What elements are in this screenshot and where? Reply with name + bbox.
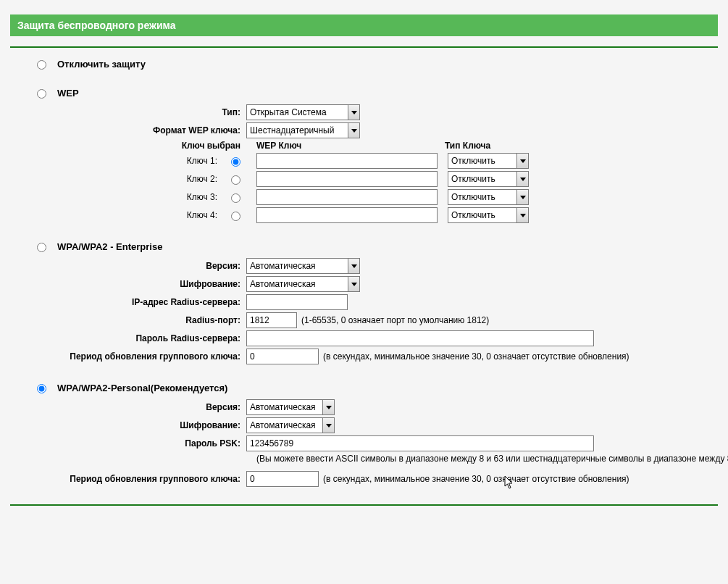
ent-encryption-select[interactable]: Автоматическая bbox=[246, 276, 360, 292]
wep-key4-type-select[interactable]: Отключить bbox=[448, 207, 529, 223]
radio-wep[interactable] bbox=[37, 89, 46, 99]
wep-type-label: Тип: bbox=[10, 107, 246, 117]
ent-radius-port-label: Radius-порт: bbox=[10, 315, 246, 325]
chevron-down-icon bbox=[516, 189, 529, 205]
psk-version-select[interactable]: Автоматическая bbox=[246, 399, 335, 415]
ent-radius-ip-input[interactable] bbox=[246, 294, 348, 310]
ent-radius-port-input[interactable] bbox=[246, 312, 297, 328]
radio-wep-key1[interactable] bbox=[231, 157, 240, 167]
psk-password-input[interactable] bbox=[246, 435, 594, 451]
chevron-down-icon bbox=[348, 276, 360, 292]
wep-col-selected: Ключ выбран bbox=[10, 141, 246, 151]
divider-bottom bbox=[10, 504, 718, 506]
wep-key2-input[interactable] bbox=[256, 171, 438, 187]
chevron-down-icon bbox=[516, 171, 529, 187]
chevron-down-icon bbox=[348, 258, 360, 274]
ent-radius-pwd-label: Пароль Radius-сервера: bbox=[10, 333, 246, 343]
chevron-down-icon bbox=[348, 122, 360, 138]
radio-wep-key3[interactable] bbox=[231, 193, 240, 203]
chevron-down-icon bbox=[322, 417, 335, 433]
ent-group-key-label: Период обновления группового ключа: bbox=[10, 351, 246, 362]
ent-version-select[interactable]: Автоматическая bbox=[246, 258, 360, 274]
radio-wpa-personal[interactable] bbox=[37, 384, 46, 393]
ent-radius-pwd-input[interactable] bbox=[246, 330, 594, 346]
radio-wep-key2[interactable] bbox=[231, 175, 240, 185]
ent-version-label: Версия: bbox=[10, 261, 246, 271]
wep-key2-label: Ключ 2: bbox=[10, 174, 223, 184]
ent-encryption-label: Шифрование: bbox=[10, 279, 246, 289]
divider-top bbox=[10, 46, 718, 48]
chevron-down-icon bbox=[516, 153, 529, 169]
chevron-down-icon bbox=[348, 104, 360, 120]
psk-version-label: Версия: bbox=[10, 402, 246, 412]
wep-type-select[interactable]: Открытая Система bbox=[246, 104, 360, 120]
disable-security-label: Отключить защиту bbox=[57, 59, 146, 70]
ent-radius-port-hint: (1-65535, 0 означает порт по умолчанию 1… bbox=[301, 315, 489, 325]
psk-group-key-hint: (в секундах, минимальное значение 30, 0 … bbox=[323, 474, 629, 484]
wep-key3-input[interactable] bbox=[256, 189, 438, 205]
radio-disable-security[interactable] bbox=[37, 60, 46, 70]
wep-format-select[interactable]: Шестнадцатеричный bbox=[246, 122, 360, 138]
wpa-enterprise-label: WPA/WPA2 - Enterprise bbox=[57, 241, 162, 252]
wep-col-type: Тип Ключа bbox=[435, 141, 490, 151]
wep-key1-input[interactable] bbox=[256, 153, 438, 169]
wep-key1-type-select[interactable]: Отключить bbox=[448, 153, 529, 169]
ent-radius-ip-label: IP-адрес Radius-сервера: bbox=[10, 297, 246, 307]
chevron-down-icon bbox=[322, 399, 335, 415]
psk-group-key-label: Период обновления группового ключа: bbox=[10, 474, 246, 484]
wep-key4-label: Ключ 4: bbox=[10, 210, 223, 220]
page-title: Защита беспроводного режима bbox=[10, 14, 718, 36]
wpa-personal-label: WPA/WPA2-Personal(Рекомендуется) bbox=[57, 383, 227, 393]
psk-group-key-input[interactable] bbox=[246, 471, 319, 487]
chevron-down-icon bbox=[516, 207, 529, 223]
wep-key4-input[interactable] bbox=[256, 207, 438, 223]
wep-key1-label: Ключ 1: bbox=[10, 156, 223, 166]
psk-encryption-select[interactable]: Автоматическая bbox=[246, 417, 335, 433]
ent-group-key-input[interactable] bbox=[246, 349, 319, 364]
wep-key3-label: Ключ 3: bbox=[10, 192, 223, 202]
psk-encryption-label: Шифрование: bbox=[10, 420, 246, 430]
psk-password-label: Пароль PSK: bbox=[10, 438, 246, 449]
wep-format-label: Формат WEP ключа: bbox=[10, 125, 246, 135]
wep-key2-type-select[interactable]: Отключить bbox=[448, 171, 529, 187]
ent-group-key-hint: (в секундах, минимальное значение 30, 0 … bbox=[323, 351, 629, 362]
wep-label: WEP bbox=[57, 88, 79, 99]
radio-wpa-enterprise[interactable] bbox=[37, 243, 46, 252]
psk-password-note: (Вы можете ввести ASCII символы в диапаз… bbox=[256, 454, 718, 464]
wep-key3-type-select[interactable]: Отключить bbox=[448, 189, 529, 205]
wep-col-key: WEP Ключ bbox=[246, 141, 435, 151]
radio-wep-key4[interactable] bbox=[231, 212, 240, 221]
